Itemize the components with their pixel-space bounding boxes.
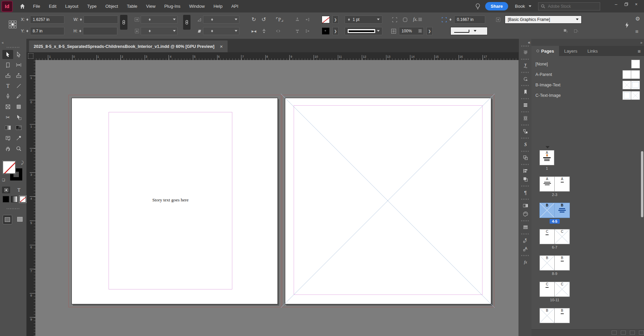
eyedropper-tool[interactable] (13, 134, 24, 143)
x-spinner[interactable] (26, 16, 29, 23)
edit-page-size-icon[interactable] (612, 331, 617, 335)
create-parent-icon[interactable] (621, 331, 626, 335)
paragraph-panel-icon[interactable]: ¶ (521, 188, 530, 196)
page-thumbnail[interactable]: B (539, 203, 555, 218)
direct-selection-tool[interactable] (13, 50, 24, 59)
page-spread-thumbnail[interactable]: AA (539, 176, 570, 192)
x-position-field[interactable]: 1.6257 in (30, 16, 64, 24)
parent-thumbnail[interactable] (631, 70, 640, 79)
parent-thumbnail[interactable] (631, 81, 640, 89)
page-spread-thumbnail[interactable]: CC (539, 282, 570, 297)
menu-file[interactable]: File (29, 4, 45, 9)
gradient-swatch-tool[interactable] (2, 123, 13, 132)
page-spread-thumbnail[interactable]: CC (539, 229, 570, 244)
page-spread-thumbnail[interactable]: BB (539, 255, 570, 271)
select-content-icon[interactable] (276, 27, 281, 35)
stroke-options-button[interactable]: ❯ (332, 27, 339, 35)
apply-none-button[interactable] (20, 196, 26, 202)
page-thumbnail[interactable]: C (539, 229, 555, 244)
formatting-affects-text-button[interactable]: T (15, 187, 23, 193)
clear-overrides-icon[interactable] (563, 29, 568, 33)
dock-grip-handle[interactable] (521, 98, 529, 99)
page-thumbnail[interactable]: C (555, 229, 570, 244)
stroke-swatch-black[interactable] (322, 27, 330, 35)
workspace-switcher[interactable]: Book (515, 4, 531, 9)
expand-dock-icon[interactable]: « (519, 39, 532, 46)
page-thumbnail[interactable]: B (555, 308, 570, 323)
dock-grip-handle[interactable] (521, 164, 529, 165)
effects-fx-button[interactable]: fx. (413, 17, 418, 22)
pathfinder-panel-icon[interactable] (521, 153, 530, 162)
page-spread-thumbnail[interactable]: BB (539, 203, 570, 218)
delete-page-icon[interactable] (639, 331, 644, 335)
object-style-dropdown[interactable]: [Basic Graphics Frame] (505, 16, 582, 24)
pencil-tool[interactable] (13, 92, 24, 101)
rotate-clockwise-icon[interactable]: ↻ (252, 17, 256, 22)
go-to-previous-icon[interactable] (305, 17, 310, 22)
parent-page-row[interactable]: [None] (531, 59, 644, 69)
discover-lightbulb-icon[interactable] (475, 3, 480, 9)
fill-swatch-none[interactable] (3, 161, 16, 174)
page-range-label[interactable]: 4-5 (539, 219, 570, 224)
parent-thumbnail[interactable] (622, 91, 631, 100)
new-page-icon[interactable] (630, 331, 635, 335)
page-thumbnail[interactable]: C (555, 282, 570, 297)
page-thumbnail[interactable]: B (555, 203, 570, 218)
content-placer-tool[interactable] (13, 71, 24, 80)
selection-tool[interactable] (2, 50, 13, 59)
dock-grip-handle[interactable] (521, 186, 529, 187)
flip-horizontal-icon[interactable]: ▸◂ (252, 29, 256, 33)
menu-api[interactable]: API (227, 4, 243, 9)
indesign-logo[interactable]: Id (1, 1, 13, 12)
reference-point-proxy[interactable] (9, 20, 17, 29)
scale-y-dropdown[interactable] (141, 27, 178, 35)
story-text[interactable]: Story text goes here (109, 197, 232, 203)
dock-grip-handle[interactable] (521, 151, 529, 152)
opacity-options-button[interactable]: ❯ (427, 27, 433, 35)
page-range-label[interactable]: 10-11 (539, 298, 570, 302)
h-spinner[interactable] (79, 28, 82, 34)
color-panel-icon[interactable] (521, 210, 530, 218)
tab-layers[interactable]: Layers (559, 46, 582, 56)
document-canvas[interactable]: Story text goes here (35, 60, 519, 336)
y-position-field[interactable]: 8.7 in (30, 27, 64, 35)
page-thumbnail[interactable]: A (555, 176, 570, 192)
width-field[interactable] (84, 16, 118, 24)
hand-tool[interactable] (2, 144, 13, 153)
parent-page-row[interactable]: B-Image-Text (531, 80, 644, 90)
constrain-dimensions-link-icon[interactable] (120, 18, 127, 27)
toolbar-grip-handle[interactable] (7, 208, 20, 209)
page-transitions-panel-icon[interactable] (521, 127, 530, 135)
constrain-scale-link-icon[interactable] (183, 18, 191, 27)
w-spinner[interactable] (79, 16, 83, 23)
close-button[interactable]: × (631, 0, 641, 8)
rounded-corner-icon[interactable] (403, 17, 408, 22)
rectangle-tool[interactable] (13, 102, 24, 111)
break-link-style-icon[interactable] (574, 29, 579, 33)
page-range-label[interactable]: 2-3 (539, 193, 570, 197)
preview-view-button[interactable] (16, 215, 24, 224)
minimize-button[interactable]: – (611, 0, 621, 8)
touch-gestures-panel-icon[interactable] (521, 75, 530, 83)
stroke-weight-chevron[interactable] (377, 19, 380, 22)
scale-x-dropdown[interactable] (141, 16, 178, 24)
share-button[interactable]: Share (485, 2, 508, 10)
dock-grip-handle[interactable] (521, 255, 529, 256)
corner-options-icon[interactable] (392, 17, 397, 22)
vertical-ruler[interactable]: 10123456789 (26, 60, 36, 336)
parent-thumbnail[interactable] (622, 70, 631, 79)
swap-fill-stroke-icon[interactable]: ⤸ (21, 160, 24, 165)
page-tool[interactable] (2, 60, 13, 69)
default-fill-stroke-icon[interactable]: ❏ (2, 178, 5, 182)
formatting-affects-container-button[interactable] (2, 187, 10, 193)
panel-menu-icon[interactable]: ≡ (635, 27, 638, 36)
menu-table[interactable]: Table (122, 4, 142, 9)
page-range-label[interactable]: 6-7 (539, 245, 570, 249)
apply-color-button[interactable] (3, 196, 9, 202)
content-collector-tool[interactable] (2, 71, 13, 80)
paragraph-styles-panel-icon[interactable]: ¶ (521, 236, 530, 244)
dock-grip-handle[interactable] (521, 124, 529, 125)
parent-thumbnail[interactable] (622, 81, 631, 89)
page-spread-thumbnail[interactable]: BB (539, 308, 570, 323)
page-range-label[interactable]: 8-9 (539, 272, 570, 276)
